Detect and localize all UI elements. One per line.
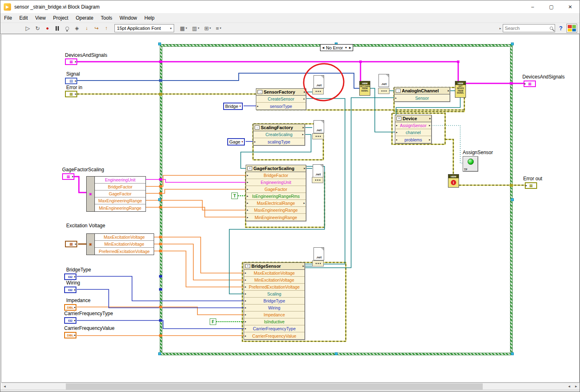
node-row[interactable]: ▸scalingType	[253, 138, 305, 145]
property-row[interactable]: ▸EngineeringUnit	[246, 179, 306, 186]
impedance-terminal[interactable]: DBL▸	[64, 304, 76, 311]
carrier-frequency-type-terminal[interactable]: I32▸	[64, 317, 76, 324]
close-button[interactable]: ✕	[561, 0, 580, 13]
dotnet-constructor-icon[interactable]: .net	[314, 247, 324, 260]
property-row[interactable]: ▸CarrierFrequencyValue	[244, 332, 305, 339]
constructor-gear-node[interactable]	[312, 133, 324, 139]
constructor-gear-node[interactable]	[312, 177, 323, 183]
gage-enum-constant[interactable]: Gage▾	[227, 138, 245, 146]
reorder-objects-button[interactable]: ≡▾	[214, 24, 223, 32]
pause-button[interactable]	[53, 24, 62, 33]
selection-handle[interactable]	[158, 198, 161, 201]
case-dropdown-icon[interactable]: ▼	[345, 46, 347, 49]
dotnet-constructor-icon[interactable]: .net	[314, 120, 324, 133]
property-row[interactable]: ▸MaxEngineeringRange	[246, 207, 306, 214]
hbm-error-node[interactable]: HBM !	[448, 174, 459, 188]
run-continuously-button[interactable]: ↻	[33, 24, 42, 33]
gage-factor-unbundle-node[interactable]: ▣ EngineeringUnit BridgeFactor GageFacto…	[86, 176, 146, 212]
selection-handle[interactable]	[511, 352, 514, 355]
abort-button[interactable]: ●	[43, 24, 52, 33]
menu-item-edit[interactable]: Edit	[16, 15, 31, 21]
device-node[interactable]: ≡Device ▸AssignSensor▸ ▸channel ▸problem…	[395, 115, 432, 143]
search-input[interactable]	[505, 26, 550, 31]
true-constant[interactable]: T	[231, 193, 238, 199]
dotnet-constructor-icon[interactable]: .net	[378, 74, 389, 87]
toolbar-overflow-icon[interactable]: ▸	[499, 27, 501, 30]
unbundle-row[interactable]: GageFactor	[95, 190, 146, 197]
analog-in-channel-node[interactable]: →AnalogInChannel ▸Sensor	[394, 87, 450, 102]
bridge-type-terminal[interactable]: I32▸	[64, 273, 76, 280]
unbundle-row[interactable]: MinExcitationVoltage	[95, 241, 154, 248]
retain-wire-values-button[interactable]: ◈	[72, 24, 81, 33]
property-row[interactable]: ▸MinExcitationVoltage	[244, 277, 305, 284]
font-selector[interactable]: 15pt Application Font ▾	[114, 24, 174, 32]
menu-item-help[interactable]: Help	[141, 15, 158, 21]
menu-item-view[interactable]: View	[31, 15, 49, 21]
menu-item-tools[interactable]: Tools	[97, 15, 116, 21]
selection-handle[interactable]	[335, 352, 338, 355]
menu-item-operate[interactable]: Operate	[72, 15, 97, 21]
menu-item-project[interactable]: Project	[49, 15, 72, 21]
signal-terminal[interactable]: ▤▸	[65, 78, 77, 84]
property-row[interactable]: ▸Scaling	[244, 291, 305, 298]
node-row[interactable]: CreateScaling▸	[253, 131, 305, 138]
property-row[interactable]: ▸IsEngineeringRangeRms	[246, 193, 306, 200]
assign-sensor-indicator[interactable]: TF	[463, 156, 478, 172]
property-row[interactable]: ▸Impedance	[244, 311, 305, 318]
property-row[interactable]: ▸Wiring	[244, 305, 305, 311]
gage-factor-scaling-terminal[interactable]: ▦▸	[62, 173, 74, 180]
bridge-sensor-node[interactable]: ≡BridgeSensor ▸MaxExcitationVoltage ▸Min…	[244, 262, 305, 340]
property-row[interactable]: ▸PreferredExcitationVoltage	[244, 284, 305, 291]
devices-and-signals-terminal[interactable]: ▦▸	[65, 58, 77, 65]
property-row[interactable]: ▸GageFactor	[246, 186, 306, 193]
minimize-button[interactable]: –	[523, 0, 542, 13]
step-into-button[interactable]: ↓	[82, 24, 91, 33]
unbundle-row[interactable]: EngineeringUnit	[95, 177, 146, 184]
menu-item-file[interactable]: File	[0, 15, 16, 21]
hbm-get-chan-from-signal-node[interactable]: HBM GET CHAN FROM SIGNAL	[359, 81, 370, 96]
dotnet-constructor-icon[interactable]: .net	[314, 75, 324, 88]
scaling-factory-node[interactable]: →ScalingFactory CreateScaling▸ ▸scalingT…	[253, 124, 305, 146]
property-row[interactable]: ▸CarrierFrequencyType	[244, 325, 305, 332]
selection-handle[interactable]	[158, 43, 161, 45]
maximize-button[interactable]: ▢	[542, 0, 561, 13]
labview-logo-icon[interactable]	[567, 24, 577, 33]
constructor-gear-node[interactable]	[312, 260, 324, 267]
bridge-enum-constant[interactable]: Bridge▾	[223, 103, 243, 110]
sensor-factory-node[interactable]: →SensorFactory CreateSensor▸ ▸sensorType	[256, 88, 306, 110]
node-row[interactable]: ▸Sensor	[394, 94, 450, 101]
highlight-execution-button[interactable]	[63, 24, 72, 33]
property-row[interactable]: ▸BridgeFactor	[246, 172, 306, 179]
help-button[interactable]: ?	[557, 24, 565, 32]
hbm-get-device-from-signal-node[interactable]: HBM GET DEVICE FROM SIGNAL	[455, 81, 466, 98]
hscroll-right-left-arrow[interactable]: ◄	[566, 383, 573, 390]
property-row[interactable]: ▸AssignSensor▸	[395, 122, 431, 129]
devices-and-signals-out-terminal[interactable]: ▸▦	[524, 81, 536, 87]
hscroll-thumb[interactable]	[66, 383, 483, 390]
property-row[interactable]: ▸MaxElectricalRange▸	[246, 200, 306, 207]
wiring-terminal[interactable]: I32▸	[64, 287, 76, 293]
selection-handle[interactable]	[158, 352, 161, 355]
property-row[interactable]: ▸MaxExcitationVoltage	[244, 270, 305, 277]
property-row[interactable]: ▸BridgeType	[244, 298, 305, 305]
unbundle-row[interactable]: MaxEngineeringRange	[95, 197, 146, 204]
menu-item-window[interactable]: Window	[116, 15, 141, 21]
unbundle-row[interactable]: BridgeFactor	[95, 184, 146, 190]
constructor-gear-node[interactable]	[378, 88, 390, 94]
resize-objects-button[interactable]: ⊞▾	[203, 24, 213, 32]
case-selector[interactable]: ◀ No Error ▼ ▶	[320, 44, 353, 51]
property-row[interactable]: ▸problems▸	[395, 136, 431, 143]
hscroll-right-arrow[interactable]: ►	[573, 383, 580, 390]
false-constant[interactable]: F	[210, 318, 216, 325]
distribute-objects-button[interactable]: ▥▾	[190, 24, 201, 32]
unbundle-row[interactable]: PreferredExcitationVoltage	[95, 248, 154, 255]
property-row[interactable]: ▸channel	[395, 129, 431, 136]
step-over-button[interactable]: ↪	[92, 24, 101, 33]
constructor-gear-node[interactable]	[312, 88, 324, 94]
dotnet-constructor-icon[interactable]: .net	[313, 164, 323, 177]
hscroll-left-arrow[interactable]: ◄	[1, 383, 8, 390]
case-prev-icon[interactable]: ◀	[322, 46, 324, 49]
gage-factor-scaling-node[interactable]: ≡GageFactorScaling ▸BridgeFactor ▸Engine…	[246, 165, 306, 221]
step-out-button[interactable]: ↑	[102, 24, 111, 33]
property-row[interactable]: ▸MinEngineeringRange	[246, 214, 306, 221]
